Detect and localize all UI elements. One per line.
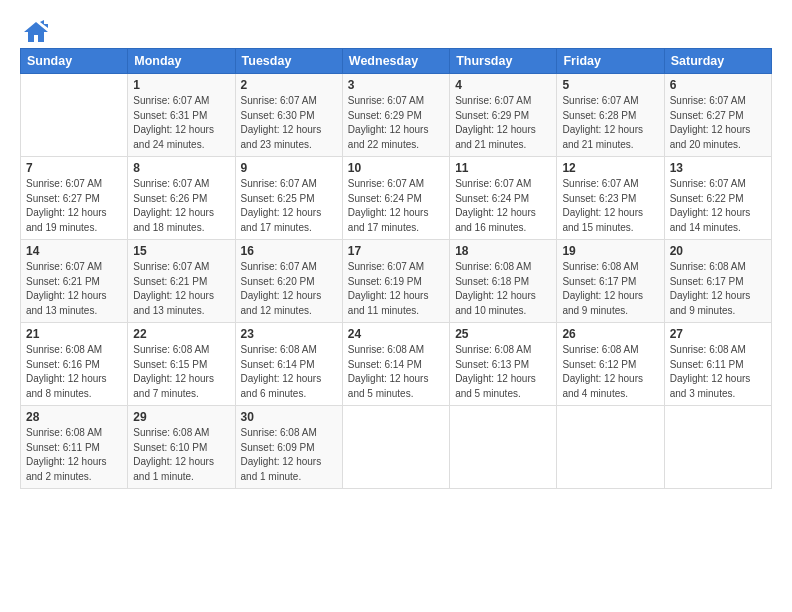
day-cell: 12Sunrise: 6:07 AMSunset: 6:23 PMDayligh… <box>557 157 664 240</box>
day-cell: 30Sunrise: 6:08 AMSunset: 6:09 PMDayligh… <box>235 406 342 489</box>
day-number: 29 <box>133 410 229 424</box>
day-cell: 28Sunrise: 6:08 AMSunset: 6:11 PMDayligh… <box>21 406 128 489</box>
day-number: 17 <box>348 244 444 258</box>
day-cell: 20Sunrise: 6:08 AMSunset: 6:17 PMDayligh… <box>664 240 771 323</box>
day-number: 26 <box>562 327 658 341</box>
day-info: Sunrise: 6:07 AMSunset: 6:20 PMDaylight:… <box>241 260 337 318</box>
day-number: 14 <box>26 244 122 258</box>
day-number: 30 <box>241 410 337 424</box>
day-info: Sunrise: 6:08 AMSunset: 6:09 PMDaylight:… <box>241 426 337 484</box>
day-info: Sunrise: 6:08 AMSunset: 6:11 PMDaylight:… <box>670 343 766 401</box>
day-number: 10 <box>348 161 444 175</box>
day-info: Sunrise: 6:07 AMSunset: 6:21 PMDaylight:… <box>133 260 229 318</box>
day-cell <box>21 74 128 157</box>
day-number: 25 <box>455 327 551 341</box>
week-row-3: 14Sunrise: 6:07 AMSunset: 6:21 PMDayligh… <box>21 240 772 323</box>
day-number: 18 <box>455 244 551 258</box>
day-cell: 14Sunrise: 6:07 AMSunset: 6:21 PMDayligh… <box>21 240 128 323</box>
day-info: Sunrise: 6:07 AMSunset: 6:29 PMDaylight:… <box>455 94 551 152</box>
day-info: Sunrise: 6:08 AMSunset: 6:13 PMDaylight:… <box>455 343 551 401</box>
day-number: 27 <box>670 327 766 341</box>
day-info: Sunrise: 6:07 AMSunset: 6:25 PMDaylight:… <box>241 177 337 235</box>
day-info: Sunrise: 6:07 AMSunset: 6:23 PMDaylight:… <box>562 177 658 235</box>
day-info: Sunrise: 6:08 AMSunset: 6:12 PMDaylight:… <box>562 343 658 401</box>
day-cell: 26Sunrise: 6:08 AMSunset: 6:12 PMDayligh… <box>557 323 664 406</box>
header-row: SundayMondayTuesdayWednesdayThursdayFrid… <box>21 49 772 74</box>
day-cell: 4Sunrise: 6:07 AMSunset: 6:29 PMDaylight… <box>450 74 557 157</box>
day-cell: 11Sunrise: 6:07 AMSunset: 6:24 PMDayligh… <box>450 157 557 240</box>
day-number: 5 <box>562 78 658 92</box>
day-number: 11 <box>455 161 551 175</box>
day-cell <box>450 406 557 489</box>
day-cell: 6Sunrise: 6:07 AMSunset: 6:27 PMDaylight… <box>664 74 771 157</box>
logo <box>20 18 50 42</box>
day-number: 3 <box>348 78 444 92</box>
header <box>20 18 772 42</box>
day-number: 24 <box>348 327 444 341</box>
day-info: Sunrise: 6:07 AMSunset: 6:27 PMDaylight:… <box>26 177 122 235</box>
day-info: Sunrise: 6:07 AMSunset: 6:21 PMDaylight:… <box>26 260 122 318</box>
day-cell: 29Sunrise: 6:08 AMSunset: 6:10 PMDayligh… <box>128 406 235 489</box>
page: SundayMondayTuesdayWednesdayThursdayFrid… <box>0 0 792 612</box>
day-number: 22 <box>133 327 229 341</box>
day-number: 19 <box>562 244 658 258</box>
day-info: Sunrise: 6:07 AMSunset: 6:27 PMDaylight:… <box>670 94 766 152</box>
day-info: Sunrise: 6:08 AMSunset: 6:16 PMDaylight:… <box>26 343 122 401</box>
day-cell: 8Sunrise: 6:07 AMSunset: 6:26 PMDaylight… <box>128 157 235 240</box>
col-header-wednesday: Wednesday <box>342 49 449 74</box>
day-info: Sunrise: 6:07 AMSunset: 6:22 PMDaylight:… <box>670 177 766 235</box>
day-cell: 24Sunrise: 6:08 AMSunset: 6:14 PMDayligh… <box>342 323 449 406</box>
day-cell: 15Sunrise: 6:07 AMSunset: 6:21 PMDayligh… <box>128 240 235 323</box>
day-cell <box>664 406 771 489</box>
day-info: Sunrise: 6:07 AMSunset: 6:28 PMDaylight:… <box>562 94 658 152</box>
day-number: 16 <box>241 244 337 258</box>
day-info: Sunrise: 6:07 AMSunset: 6:26 PMDaylight:… <box>133 177 229 235</box>
day-number: 6 <box>670 78 766 92</box>
day-cell: 19Sunrise: 6:08 AMSunset: 6:17 PMDayligh… <box>557 240 664 323</box>
day-info: Sunrise: 6:08 AMSunset: 6:18 PMDaylight:… <box>455 260 551 318</box>
day-cell: 5Sunrise: 6:07 AMSunset: 6:28 PMDaylight… <box>557 74 664 157</box>
col-header-sunday: Sunday <box>21 49 128 74</box>
week-row-1: 1Sunrise: 6:07 AMSunset: 6:31 PMDaylight… <box>21 74 772 157</box>
col-header-saturday: Saturday <box>664 49 771 74</box>
day-cell: 27Sunrise: 6:08 AMSunset: 6:11 PMDayligh… <box>664 323 771 406</box>
day-number: 15 <box>133 244 229 258</box>
col-header-friday: Friday <box>557 49 664 74</box>
col-header-monday: Monday <box>128 49 235 74</box>
calendar-table: SundayMondayTuesdayWednesdayThursdayFrid… <box>20 48 772 489</box>
day-info: Sunrise: 6:07 AMSunset: 6:19 PMDaylight:… <box>348 260 444 318</box>
day-cell <box>342 406 449 489</box>
day-number: 21 <box>26 327 122 341</box>
day-number: 28 <box>26 410 122 424</box>
day-info: Sunrise: 6:08 AMSunset: 6:10 PMDaylight:… <box>133 426 229 484</box>
day-info: Sunrise: 6:08 AMSunset: 6:17 PMDaylight:… <box>670 260 766 318</box>
day-cell: 23Sunrise: 6:08 AMSunset: 6:14 PMDayligh… <box>235 323 342 406</box>
day-cell: 2Sunrise: 6:07 AMSunset: 6:30 PMDaylight… <box>235 74 342 157</box>
day-number: 12 <box>562 161 658 175</box>
day-number: 8 <box>133 161 229 175</box>
day-cell: 16Sunrise: 6:07 AMSunset: 6:20 PMDayligh… <box>235 240 342 323</box>
day-info: Sunrise: 6:08 AMSunset: 6:11 PMDaylight:… <box>26 426 122 484</box>
day-cell: 25Sunrise: 6:08 AMSunset: 6:13 PMDayligh… <box>450 323 557 406</box>
week-row-5: 28Sunrise: 6:08 AMSunset: 6:11 PMDayligh… <box>21 406 772 489</box>
day-info: Sunrise: 6:07 AMSunset: 6:24 PMDaylight:… <box>348 177 444 235</box>
day-number: 7 <box>26 161 122 175</box>
day-number: 9 <box>241 161 337 175</box>
day-number: 1 <box>133 78 229 92</box>
week-row-4: 21Sunrise: 6:08 AMSunset: 6:16 PMDayligh… <box>21 323 772 406</box>
day-cell: 10Sunrise: 6:07 AMSunset: 6:24 PMDayligh… <box>342 157 449 240</box>
day-cell <box>557 406 664 489</box>
day-cell: 1Sunrise: 6:07 AMSunset: 6:31 PMDaylight… <box>128 74 235 157</box>
day-info: Sunrise: 6:07 AMSunset: 6:30 PMDaylight:… <box>241 94 337 152</box>
day-info: Sunrise: 6:08 AMSunset: 6:17 PMDaylight:… <box>562 260 658 318</box>
week-row-2: 7Sunrise: 6:07 AMSunset: 6:27 PMDaylight… <box>21 157 772 240</box>
col-header-tuesday: Tuesday <box>235 49 342 74</box>
day-number: 4 <box>455 78 551 92</box>
col-header-thursday: Thursday <box>450 49 557 74</box>
day-cell: 22Sunrise: 6:08 AMSunset: 6:15 PMDayligh… <box>128 323 235 406</box>
day-info: Sunrise: 6:07 AMSunset: 6:24 PMDaylight:… <box>455 177 551 235</box>
day-number: 23 <box>241 327 337 341</box>
logo-icon <box>22 18 50 46</box>
day-cell: 3Sunrise: 6:07 AMSunset: 6:29 PMDaylight… <box>342 74 449 157</box>
day-cell: 13Sunrise: 6:07 AMSunset: 6:22 PMDayligh… <box>664 157 771 240</box>
